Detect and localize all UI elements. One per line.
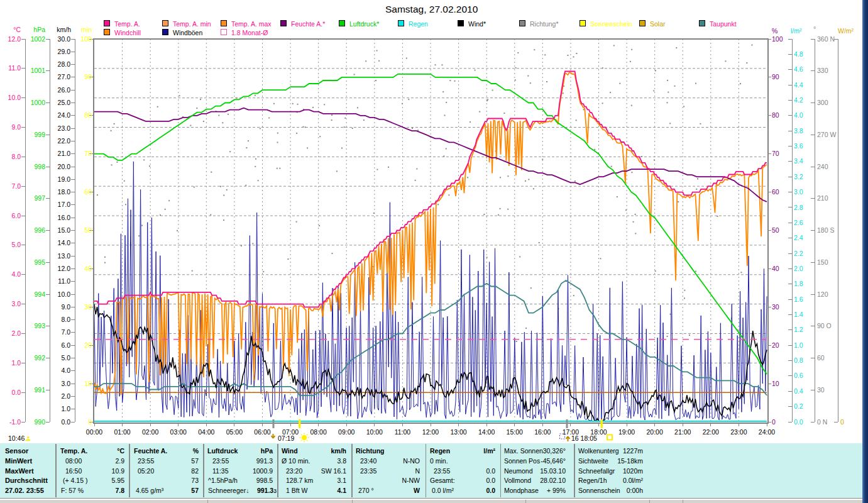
svg-text:15.0: 15.0 xyxy=(58,226,71,234)
svg-text:1.6: 1.6 xyxy=(794,296,803,303)
svg-text:3.0: 3.0 xyxy=(61,380,70,387)
svg-text:21.0: 21.0 xyxy=(58,150,71,157)
svg-text:996: 996 xyxy=(34,226,45,234)
svg-text:8.0: 8.0 xyxy=(61,316,70,323)
svg-text:11:00: 11:00 xyxy=(395,428,411,436)
svg-text:999: 999 xyxy=(34,131,45,138)
svg-text:3.8: 3.8 xyxy=(794,127,803,135)
svg-text:17.0: 17.0 xyxy=(58,201,71,208)
svg-text:26.0: 26.0 xyxy=(58,86,71,94)
svg-text:12.0: 12.0 xyxy=(58,265,71,272)
svg-text:23:00: 23:00 xyxy=(730,428,747,436)
svg-text:150: 150 xyxy=(817,258,828,266)
svg-text:10:46: 10:46 xyxy=(8,434,25,442)
svg-text:50: 50 xyxy=(772,226,779,234)
svg-text:14.0: 14.0 xyxy=(58,239,71,246)
svg-text:10.0: 10.0 xyxy=(58,290,71,298)
svg-text:0.6: 0.6 xyxy=(794,372,803,379)
svg-text:7.0: 7.0 xyxy=(61,328,70,336)
svg-text:01:00: 01:00 xyxy=(114,428,130,436)
svg-text:23.0: 23.0 xyxy=(58,124,71,132)
svg-text:2.0: 2.0 xyxy=(61,392,70,400)
svg-text:12.0: 12.0 xyxy=(8,35,21,43)
svg-text:4.4: 4.4 xyxy=(794,81,803,89)
svg-text:15:00: 15:00 xyxy=(507,428,523,436)
svg-text:04:00: 04:00 xyxy=(198,428,214,436)
svg-text:0: 0 xyxy=(840,418,844,426)
svg-text:16.0: 16.0 xyxy=(58,214,71,221)
svg-text:0.0: 0.0 xyxy=(794,418,803,426)
svg-text:6.0: 6.0 xyxy=(61,341,70,349)
svg-text:°: ° xyxy=(813,25,816,33)
svg-text:30.0: 30.0 xyxy=(58,35,71,43)
svg-text:2.0: 2.0 xyxy=(794,265,803,272)
svg-text:3.0: 3.0 xyxy=(794,188,803,196)
svg-text:3.4: 3.4 xyxy=(794,157,803,165)
svg-text:4.8: 4.8 xyxy=(794,50,803,58)
svg-text:07:19: 07:19 xyxy=(278,434,294,442)
svg-text:9.0: 9.0 xyxy=(11,123,21,131)
svg-text:4.2: 4.2 xyxy=(794,96,803,104)
svg-text:1000: 1000 xyxy=(31,99,46,106)
svg-text:4.6: 4.6 xyxy=(794,65,803,73)
svg-text:270 W: 270 W xyxy=(817,131,836,138)
svg-text:4.0: 4.0 xyxy=(61,367,70,374)
svg-text:21:00: 21:00 xyxy=(674,428,691,436)
svg-text:1.0: 1.0 xyxy=(61,405,70,412)
svg-text:19.0: 19.0 xyxy=(58,175,71,183)
svg-text:100: 100 xyxy=(80,35,92,43)
svg-text:60: 60 xyxy=(772,188,779,196)
svg-text:28.0: 28.0 xyxy=(58,60,71,68)
svg-text:120: 120 xyxy=(817,290,828,298)
svg-text:14:00: 14:00 xyxy=(478,428,495,436)
svg-text:1.0: 1.0 xyxy=(11,359,21,367)
svg-text:0 N: 0 N xyxy=(817,418,827,426)
svg-text:13.0: 13.0 xyxy=(58,252,71,260)
svg-text:50: 50 xyxy=(84,226,92,234)
svg-text:12:00: 12:00 xyxy=(422,428,439,436)
svg-text:30: 30 xyxy=(772,303,779,311)
svg-text:30: 30 xyxy=(817,386,825,394)
svg-text:29.0: 29.0 xyxy=(58,48,71,55)
svg-text:06:00: 06:00 xyxy=(254,428,270,436)
svg-text:10:00: 10:00 xyxy=(366,428,383,436)
svg-text:90 O: 90 O xyxy=(817,322,832,329)
svg-text:4.0: 4.0 xyxy=(11,270,21,278)
svg-text:3.0: 3.0 xyxy=(11,300,21,307)
svg-text:2.6: 2.6 xyxy=(794,219,803,226)
svg-text:0.0: 0.0 xyxy=(11,389,21,396)
svg-text:993: 993 xyxy=(34,322,45,329)
svg-text:6.0: 6.0 xyxy=(11,212,21,219)
svg-text:22:00: 22:00 xyxy=(703,428,719,436)
svg-text:1.4: 1.4 xyxy=(794,311,803,318)
svg-text:2.2: 2.2 xyxy=(794,250,803,257)
svg-text:km/h: km/h xyxy=(57,26,71,33)
svg-text:80: 80 xyxy=(84,111,92,119)
svg-text:18.0: 18.0 xyxy=(58,188,71,196)
svg-text:80: 80 xyxy=(772,111,779,119)
svg-text:990: 990 xyxy=(34,418,45,426)
svg-text:10: 10 xyxy=(772,380,779,387)
svg-text:8.0: 8.0 xyxy=(11,153,21,160)
svg-text:9.0: 9.0 xyxy=(61,303,70,311)
svg-text:998: 998 xyxy=(34,163,45,170)
svg-text:30: 30 xyxy=(84,303,92,311)
svg-text:16 18:05: 16 18:05 xyxy=(571,434,597,442)
svg-text:24.0: 24.0 xyxy=(58,111,71,119)
svg-text:90: 90 xyxy=(84,73,92,80)
svg-text:0.4: 0.4 xyxy=(794,387,803,395)
svg-text:22.0: 22.0 xyxy=(58,137,71,145)
svg-text:05:00: 05:00 xyxy=(226,428,243,436)
svg-text:20: 20 xyxy=(772,341,779,349)
svg-text:°C: °C xyxy=(13,26,21,33)
svg-text:360 N: 360 N xyxy=(817,35,835,43)
svg-text:1.2: 1.2 xyxy=(794,326,803,333)
svg-text:25.0: 25.0 xyxy=(58,99,71,106)
svg-text:hPa: hPa xyxy=(33,26,45,33)
svg-text:10: 10 xyxy=(84,380,92,387)
svg-text:240: 240 xyxy=(817,163,828,170)
svg-text:180 S: 180 S xyxy=(817,226,834,234)
svg-text:08:00: 08:00 xyxy=(310,428,327,436)
svg-text:11.0: 11.0 xyxy=(58,277,70,285)
svg-text:1001: 1001 xyxy=(31,67,46,74)
